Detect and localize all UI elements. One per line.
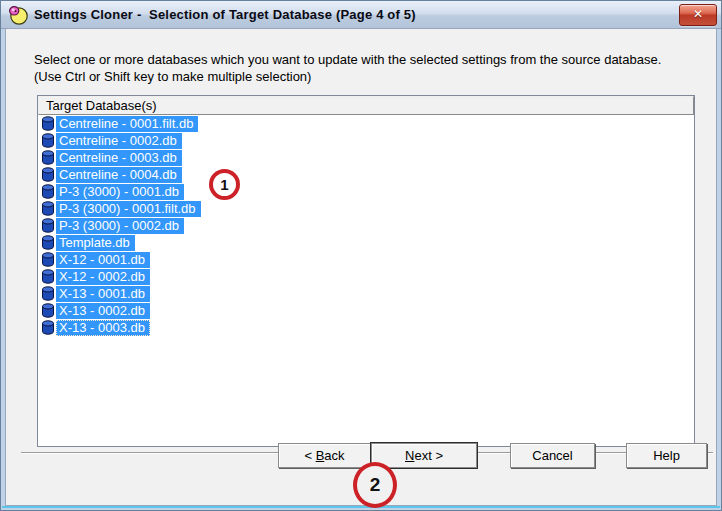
list-body[interactable]: Centreline - 0001.filt.db Centreline - 0…	[38, 115, 694, 446]
close-button[interactable]: ✕	[679, 4, 717, 26]
list-item-label: P-3 (3000) - 0001.filt.db	[56, 201, 201, 217]
database-icon	[41, 235, 55, 250]
instruction-line-1: Select one or more databases which you w…	[34, 51, 661, 68]
back-label-rest: ack	[324, 448, 344, 463]
list-item-label: X-13 - 0002.db	[56, 303, 150, 319]
back-label-pre: <	[304, 448, 315, 463]
database-icon	[41, 218, 55, 233]
list-item[interactable]: P-3 (3000) - 0001.filt.db	[38, 200, 694, 217]
list-item[interactable]: Centreline - 0004.db	[38, 166, 694, 183]
help-label: Help	[653, 448, 680, 463]
window-bottom-edge	[2, 506, 720, 508]
window-title: Settings Cloner - Selection of Target Da…	[34, 7, 416, 22]
database-icon	[41, 269, 55, 284]
database-icon	[41, 133, 55, 148]
list-item-label: Template.db	[56, 235, 135, 251]
dialog-client-area: Select one or more databases which you w…	[5, 28, 717, 506]
list-item-label: Centreline - 0003.db	[56, 150, 182, 166]
next-button[interactable]: Next >	[371, 443, 477, 468]
list-item-label: X-13 - 0001.db	[56, 286, 150, 302]
database-icon	[41, 167, 55, 182]
list-item-label: X-12 - 0001.db	[56, 252, 150, 268]
list-item[interactable]: X-13 - 0003.db	[38, 319, 694, 336]
instruction-line-2: (Use Ctrl or Shift key to make multiple …	[34, 68, 661, 85]
app-icon	[8, 5, 28, 25]
list-item-label: P-3 (3000) - 0001.db	[56, 184, 184, 200]
list-item-label: Centreline - 0004.db	[56, 167, 182, 183]
next-label-mnemonic: N	[405, 448, 414, 463]
help-button[interactable]: Help	[626, 443, 707, 468]
back-button[interactable]: < Back	[278, 443, 371, 468]
list-item-label: X-12 - 0002.db	[56, 269, 150, 285]
database-icon	[41, 320, 55, 335]
list-item[interactable]: Centreline - 0001.filt.db	[38, 115, 694, 132]
instruction-text: Select one or more databases which you w…	[34, 51, 661, 85]
cancel-button[interactable]: Cancel	[510, 443, 595, 468]
database-icon	[41, 201, 55, 216]
database-icon	[41, 184, 55, 199]
annotation-2-number: 2	[370, 474, 381, 496]
next-label-rest: ext >	[414, 448, 443, 463]
target-database-list: Target Database(s) Centreline - 0001.fil…	[37, 95, 695, 447]
close-icon: ✕	[693, 7, 703, 21]
database-icon	[41, 150, 55, 165]
list-column-header: Target Database(s)	[38, 96, 694, 115]
list-item-label: Centreline - 0001.filt.db	[56, 116, 198, 132]
database-icon	[41, 116, 55, 131]
cancel-label: Cancel	[532, 448, 572, 463]
list-item[interactable]: X-12 - 0002.db	[38, 268, 694, 285]
list-item-label: Centreline - 0002.db	[56, 133, 182, 149]
list-item[interactable]: X-12 - 0001.db	[38, 251, 694, 268]
settings-cloner-dialog: Settings Cloner - Selection of Target Da…	[0, 0, 722, 511]
annotation-1-number: 1	[220, 176, 228, 193]
list-item-label: X-13 - 0003.db	[56, 320, 150, 336]
title-bar[interactable]: Settings Cloner - Selection of Target Da…	[1, 1, 721, 29]
list-item[interactable]: Template.db	[38, 234, 694, 251]
annotation-circle-1: 1	[209, 169, 240, 200]
list-item[interactable]: Centreline - 0002.db	[38, 132, 694, 149]
list-item[interactable]: X-13 - 0001.db	[38, 285, 694, 302]
database-icon	[41, 286, 55, 301]
list-item[interactable]: P-3 (3000) - 0002.db	[38, 217, 694, 234]
list-item[interactable]: Centreline - 0003.db	[38, 149, 694, 166]
list-item[interactable]: X-13 - 0002.db	[38, 302, 694, 319]
list-item-label: P-3 (3000) - 0002.db	[56, 218, 184, 234]
database-icon	[41, 252, 55, 267]
list-item[interactable]: P-3 (3000) - 0001.db	[38, 183, 694, 200]
annotation-circle-2: 2	[353, 462, 397, 508]
database-icon	[41, 303, 55, 318]
